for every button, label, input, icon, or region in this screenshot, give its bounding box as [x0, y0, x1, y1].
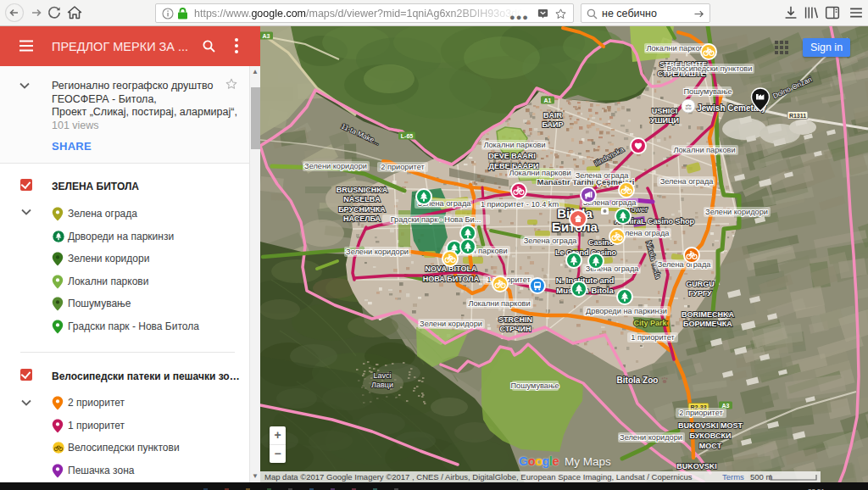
svg-text:Дрвореди на паркинзи: Дрвореди на паркинзи	[586, 307, 667, 315]
svg-text:Зелена ограда: Зелена ограда	[576, 171, 630, 180]
svg-text:Зелени коридори: Зелени коридори	[420, 320, 482, 328]
svg-text:STRCHIN: STRCHIN	[498, 315, 532, 324]
svg-text:Зелена ограда: Зелена ограда	[658, 260, 712, 269]
svg-text:R1311: R1311	[789, 113, 806, 119]
svg-text:Локални паркови: Локални паркови	[509, 169, 570, 177]
svg-text:A3: A3	[263, 33, 270, 39]
svg-text:GURGU: GURGU	[686, 280, 715, 288]
svg-text:2 приоритет: 2 приоритет	[381, 163, 425, 171]
svg-text:Le Grand Casino: Le Grand Casino	[555, 248, 617, 257]
svg-text:Локални паркови: Локални паркови	[468, 299, 530, 308]
svg-text:Велосипедски пунктови: Велосипедски пунктови	[667, 64, 753, 73]
svg-text:1 приоритет - 10.4 km: 1 приоритет - 10.4 km	[481, 200, 559, 209]
svg-text:Lavci: Lavci	[373, 371, 391, 380]
svg-text:City Park: City Park	[633, 319, 667, 327]
svg-text:Зелени коридори: Зелени коридори	[620, 433, 682, 442]
svg-text:МОСТ: МОСТ	[699, 442, 722, 450]
svg-text:L-65: L-65	[401, 133, 414, 139]
svg-text:БАИР: БАИР	[542, 120, 563, 129]
svg-text:BAIR: BAIR	[543, 111, 562, 120]
svg-text:1 приоритет: 1 приоритет	[631, 333, 675, 342]
svg-text:НАСЕЛБА: НАСЕЛБА	[343, 214, 381, 223]
svg-text:Зелени коридори: Зелени коридори	[346, 248, 409, 256]
svg-text:2 приоритет: 2 приоритет	[679, 409, 723, 417]
svg-text:Зелена ограда: Зелена ограда	[524, 237, 578, 245]
svg-text:УШИЦИ: УШИЦИ	[650, 116, 679, 125]
svg-text:Пошумување: Пошумување	[683, 87, 732, 96]
svg-text:BORIMECHKA: BORIMECHKA	[682, 310, 734, 319]
svg-text:USHICI: USHICI	[652, 107, 678, 115]
svg-text:Bitola Zoo: Bitola Zoo	[617, 376, 659, 385]
svg-text:A1: A1	[544, 97, 552, 103]
svg-text:Локални паркови: Локални паркови	[483, 141, 545, 149]
svg-text:NASELBA: NASELBA	[343, 195, 381, 203]
svg-text:СТРЧИН: СТРЧИН	[499, 325, 531, 333]
svg-text:БОРИМЕЧКА: БОРИМЕЧКА	[683, 320, 732, 328]
svg-text:Лавци: Лавци	[371, 381, 393, 389]
svg-text:Локални паркови: Локални паркови	[673, 146, 735, 154]
svg-text:Локални паркови: Локални паркови	[646, 44, 708, 53]
svg-text:Зелени коридори: Зелени коридори	[705, 208, 768, 216]
svg-text:Пошумување: Пошумување	[510, 381, 559, 390]
svg-text:НОВА БИТОЛА: НОВА БИТОЛА	[423, 275, 480, 283]
svg-text:BUKOVSKI: BUKOVSKI	[676, 462, 717, 471]
svg-text:Зелена ограда: Зелена ограда	[660, 177, 715, 186]
svg-text:БУКОВСКИ: БУКОВСКИ	[690, 432, 732, 440]
svg-text:БРУСНИЧКА: БРУСНИЧКА	[338, 205, 386, 214]
svg-text:Зелени коридори: Зелени коридори	[304, 162, 367, 170]
svg-text:A3: A3	[722, 403, 730, 409]
svg-text:BUKOVSKI MOST: BUKOVSKI MOST	[678, 421, 743, 430]
svg-text:DEVE BAARI: DEVE BAARI	[488, 152, 536, 160]
svg-text:ГУРГУ: ГУРГУ	[688, 289, 712, 298]
svg-text:⚖: ⚖	[685, 103, 692, 111]
svg-text:BRUSNICHKA: BRUSNICHKA	[337, 186, 388, 194]
svg-text:Градски парк - Нова Би...: Градски парк - Нова Би...	[391, 215, 481, 224]
